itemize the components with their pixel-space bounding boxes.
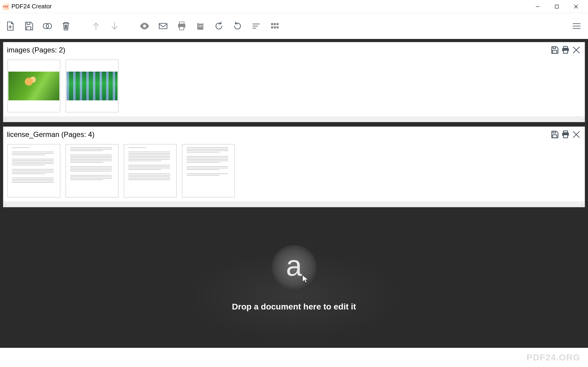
brand-label: PDF24.ORG: [527, 352, 580, 363]
window-title: PDF24 Creator: [11, 3, 52, 10]
rotate-cw-button[interactable]: [231, 19, 244, 33]
svg-rect-7: [27, 27, 31, 30]
document-print-button[interactable]: [560, 129, 571, 140]
move-down-button[interactable]: [108, 19, 121, 33]
rotate-ccw-button[interactable]: [212, 19, 225, 33]
document-close-button[interactable]: [571, 45, 582, 55]
preview-button[interactable]: [138, 19, 151, 33]
move-up-button[interactable]: [89, 19, 103, 33]
drop-icon: a: [272, 245, 317, 290]
window-close-button[interactable]: [566, 0, 586, 13]
svg-rect-35: [276, 26, 279, 28]
page-thumbnail[interactable]: [66, 144, 118, 197]
document-name: images: [7, 46, 30, 54]
svg-rect-26: [201, 26, 202, 27]
svg-point-15: [143, 25, 146, 28]
svg-rect-46: [553, 135, 557, 138]
titlebar: PDF PDF24 Creator: [0, 0, 588, 13]
svg-rect-39: [553, 47, 556, 49]
cursor-icon: [302, 274, 309, 285]
page-thumbnail[interactable]: [7, 60, 60, 112]
svg-rect-47: [563, 131, 568, 133]
page-thumbnail[interactable]: [7, 144, 60, 197]
svg-rect-25: [200, 26, 201, 27]
new-document-button[interactable]: [4, 19, 17, 33]
toolbar: [0, 13, 588, 39]
svg-rect-18: [180, 27, 184, 30]
document-header: images (Pages: 2): [3, 42, 585, 57]
menu-button[interactable]: [570, 19, 583, 33]
svg-rect-23: [201, 25, 202, 26]
statusbar: PDF24.ORG: [0, 348, 588, 367]
image-preview: [8, 72, 59, 100]
svg-rect-30: [271, 23, 273, 25]
workspace: images (Pages: 2) ‹ ›: [0, 39, 588, 348]
document-save-button[interactable]: [549, 45, 560, 55]
svg-rect-40: [553, 50, 557, 53]
document-name: license_German: [7, 130, 59, 138]
drop-glyph-icon: a: [286, 251, 302, 280]
drop-zone-text: Drop a document here to edit it: [232, 302, 356, 312]
window-maximize-button[interactable]: [547, 0, 566, 13]
app-icon: PDF: [2, 3, 9, 10]
svg-rect-6: [27, 22, 30, 25]
drop-zone[interactable]: a Drop a document here to edit it: [3, 212, 585, 345]
document-header: license_German (Pages: 4): [3, 127, 585, 141]
save-button[interactable]: [22, 19, 35, 33]
svg-rect-33: [271, 26, 273, 28]
svg-rect-41: [563, 46, 568, 48]
svg-rect-16: [159, 23, 167, 29]
image-preview: [67, 72, 118, 100]
page-thumbnail[interactable]: [124, 144, 177, 197]
delete-button[interactable]: [59, 19, 73, 33]
document-scrollbar[interactable]: ‹ ›: [3, 202, 585, 207]
sort-button[interactable]: [249, 19, 263, 33]
page-thumbnail[interactable]: [182, 144, 235, 197]
svg-rect-22: [200, 25, 201, 26]
document-print-button[interactable]: [560, 45, 571, 55]
document-scrollbar[interactable]: ‹ ›: [3, 117, 585, 122]
svg-rect-42: [563, 50, 568, 53]
svg-rect-20: [198, 22, 203, 24]
document-pages-label: (Pages: 2): [32, 46, 65, 54]
email-button[interactable]: [157, 19, 170, 33]
scroll-left-icon[interactable]: ‹: [5, 203, 6, 206]
svg-rect-32: [276, 23, 279, 25]
page-thumbnail[interactable]: [66, 60, 118, 112]
scroll-right-icon[interactable]: ›: [582, 118, 583, 121]
document-thumbnails: [3, 57, 585, 117]
fax-button[interactable]: [194, 19, 207, 33]
svg-rect-48: [563, 135, 568, 138]
svg-rect-17: [179, 22, 184, 24]
document-title: images (Pages: 2): [7, 46, 65, 54]
document-pages-label: (Pages: 4): [61, 130, 94, 138]
svg-rect-34: [274, 26, 276, 28]
svg-rect-21: [198, 25, 199, 26]
document-panel[interactable]: license_German (Pages: 4): [3, 126, 585, 207]
svg-rect-24: [198, 26, 199, 27]
svg-rect-1: [555, 5, 559, 8]
document-close-button[interactable]: [571, 129, 582, 140]
document-panel[interactable]: images (Pages: 2) ‹ ›: [3, 42, 585, 122]
scroll-right-icon[interactable]: ›: [582, 203, 583, 206]
svg-rect-31: [274, 23, 276, 25]
window-minimize-button[interactable]: [528, 0, 547, 13]
document-thumbnails: [3, 141, 585, 202]
grid-view-button[interactable]: [268, 19, 281, 33]
merge-button[interactable]: [41, 19, 54, 33]
scroll-left-icon[interactable]: ‹: [5, 118, 6, 121]
document-title: license_German (Pages: 4): [7, 130, 94, 139]
document-save-button[interactable]: [549, 129, 560, 140]
print-button[interactable]: [175, 19, 188, 33]
svg-rect-45: [553, 131, 556, 133]
